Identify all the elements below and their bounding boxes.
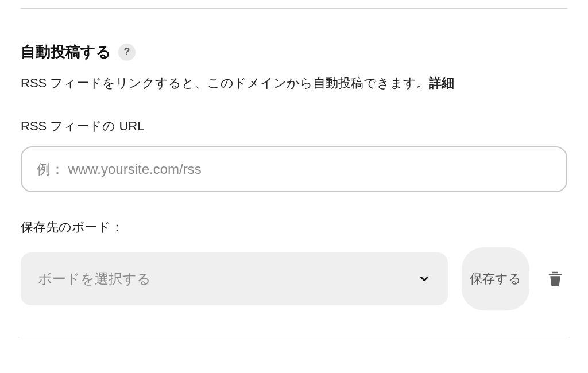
details-link[interactable]: 詳細 [429,76,454,90]
top-divider [21,8,567,9]
trash-icon [547,270,564,289]
heading-row: 自動投稿する ? [21,42,567,62]
save-button[interactable]: 保存する [462,247,529,310]
board-row: ボードを選択する 保存する [21,247,567,310]
delete-button[interactable] [543,266,567,292]
section-description: RSS フィードをリンクすると、このドメインから自動投稿できます。詳細 [21,73,567,92]
rss-url-input[interactable] [21,146,567,192]
board-select[interactable]: ボードを選択する [21,252,448,305]
bottom-divider [21,337,567,337]
board-select-placeholder: ボードを選択する [38,270,151,288]
rss-url-label: RSS フィードの URL [21,118,567,135]
description-text: RSS フィードをリンクすると、このドメインから自動投稿できます。 [21,76,429,90]
board-label: 保存先のボード： [21,219,567,236]
help-icon[interactable]: ? [118,44,136,61]
auto-post-section: 自動投稿する ? RSS フィードをリンクすると、このドメインから自動投稿できま… [21,17,567,310]
chevron-down-icon [418,273,431,285]
section-heading: 自動投稿する [21,42,111,62]
